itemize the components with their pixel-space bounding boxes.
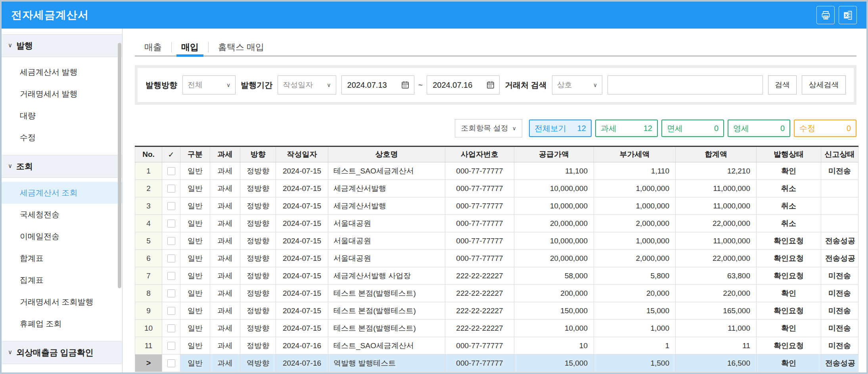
sidebar-item[interactable]: 휴폐업 조회 bbox=[2, 313, 122, 335]
type-cell: 일반 bbox=[180, 180, 210, 197]
tab[interactable]: 매출 bbox=[135, 39, 171, 56]
table-row[interactable]: 7일반과세정방향2024-07-15세금계산서발행 사업장222-22-2222… bbox=[135, 267, 858, 285]
chevron-down-icon: ∨ bbox=[512, 125, 516, 131]
calendar-icon bbox=[486, 80, 495, 90]
sidebar-section-header[interactable]: ∨ 조회 bbox=[2, 155, 122, 178]
vat-amount-cell: 1,500 bbox=[594, 355, 676, 372]
table-row[interactable]: 2일반과세정방향2024-07-15세금계산서발행000-77-7777710,… bbox=[135, 180, 858, 197]
date-cell: 2024-07-15 bbox=[276, 197, 328, 215]
report-status-cell: 미전송 bbox=[821, 285, 858, 302]
date-from-field[interactable]: 2024.07.13 bbox=[341, 75, 414, 94]
table-row[interactable]: 3일반과세정방향2024-07-15세금계산서발행000-77-7777710,… bbox=[135, 197, 858, 215]
business-number-cell: 000-77-77777 bbox=[445, 250, 514, 267]
total-amount-cell: 165,000 bbox=[676, 302, 757, 320]
table-row[interactable]: >일반과세역방향2024-07-16역발행 발행테스트000-77-777771… bbox=[135, 355, 858, 372]
business-number-cell: 222-22-22227 bbox=[445, 302, 514, 320]
type-cell: 일반 bbox=[180, 320, 210, 337]
table-row[interactable]: 8일반과세정방향2024-07-15테스트 본점(발행테스트)222-22-22… bbox=[135, 285, 858, 302]
row-number-cell: 1 bbox=[135, 162, 162, 180]
tax-cell: 과세 bbox=[210, 250, 240, 267]
partner-search-input[interactable] bbox=[607, 75, 763, 94]
excel-export-button[interactable]: X bbox=[839, 6, 857, 24]
report-status-cell bbox=[821, 215, 858, 232]
summary-chip[interactable]: 과세 12 bbox=[595, 120, 658, 137]
chevron-down-icon: ∨ bbox=[8, 42, 12, 49]
tax-cell: 과세 bbox=[210, 162, 240, 180]
tab[interactable]: 홈택스 매입 bbox=[209, 39, 274, 56]
table-row[interactable]: 5일반과세정방향2024-07-15서울대공원000-77-7777710,00… bbox=[135, 232, 858, 250]
table-row[interactable]: 1일반과세정방향2024-07-15테스트_SAO세금계산서000-77-777… bbox=[135, 162, 858, 180]
advanced-search-button[interactable]: 상세검색 bbox=[802, 75, 846, 94]
supply-amount-cell: 10,000,000 bbox=[514, 197, 594, 215]
row-number-cell: 5 bbox=[135, 232, 162, 250]
sidebar-item[interactable]: 집계표 bbox=[2, 269, 122, 291]
report-status-cell: 미전송 bbox=[821, 302, 858, 320]
column-settings-button[interactable]: 조회항목 설정 ∨ bbox=[455, 119, 522, 137]
excel-export-icon: X bbox=[843, 10, 853, 21]
tab[interactable]: 매입 bbox=[172, 39, 208, 56]
issue-status-cell: 확인요청 bbox=[757, 302, 821, 320]
table-row[interactable]: 11일반과세정방향2024-07-16테스트_SAO세금계산서000-77-77… bbox=[135, 337, 858, 355]
row-checkbox-cell bbox=[162, 355, 180, 372]
total-amount-cell: 16,500 bbox=[676, 355, 757, 372]
sidebar-section-header[interactable]: ∨ 발행 bbox=[2, 34, 122, 57]
row-number-cell: 10 bbox=[135, 320, 162, 337]
direction-cell: 정방향 bbox=[240, 197, 276, 215]
column-header: 합계액 bbox=[676, 147, 757, 162]
issue-status-cell: 취소 bbox=[757, 180, 821, 197]
table-row[interactable]: 10일반과세정방향2024-07-15테스트 본점(발행테스트)222-22-2… bbox=[135, 320, 858, 337]
summary-chip[interactable]: 전체보기 12 bbox=[529, 120, 592, 137]
sidebar-item[interactable]: 합계표 bbox=[2, 247, 122, 269]
sidebar-item[interactable]: 거래명세서 발행 bbox=[2, 83, 122, 105]
summary-chip[interactable]: 영세 0 bbox=[728, 120, 790, 137]
row-checkbox[interactable] bbox=[167, 324, 175, 332]
table-row[interactable]: 6일반과세정방향2024-07-15서울대공원000-77-7777720,00… bbox=[135, 250, 858, 267]
sidebar-section-header[interactable]: ∨ 외상매출금 입금확인 bbox=[2, 341, 122, 364]
partner-type-select[interactable]: 상호 ∨ bbox=[552, 75, 602, 94]
sidebar-scrollbar[interactable] bbox=[118, 43, 121, 288]
sidebar: ∨ 발행 세금계산서 발행거래명세서 발행대량수정 ∨ 조회 세금계산서 조회국… bbox=[2, 29, 123, 372]
row-checkbox[interactable] bbox=[167, 220, 175, 227]
period-type-select[interactable]: 작성일자 ∨ bbox=[278, 75, 336, 94]
issue-status-cell: 취소 bbox=[757, 197, 821, 215]
summary-chip[interactable]: 면세 0 bbox=[661, 120, 724, 137]
row-checkbox[interactable] bbox=[167, 202, 175, 210]
table-row[interactable]: 4일반과세정방향2024-07-15서울대공원000-77-7777720,00… bbox=[135, 215, 858, 232]
sidebar-item[interactable]: 대량 bbox=[2, 105, 122, 127]
supply-amount-cell: 11,100 bbox=[514, 162, 594, 180]
sidebar-item[interactable]: 국세청전송 bbox=[2, 204, 122, 226]
issue-status-cell: 취소 bbox=[757, 215, 821, 232]
type-cell: 일반 bbox=[180, 215, 210, 232]
summary-chip[interactable]: 수정 0 bbox=[794, 120, 857, 137]
business-number-cell: 000-77-77777 bbox=[445, 180, 514, 197]
row-checkbox[interactable] bbox=[167, 307, 175, 315]
row-checkbox[interactable] bbox=[167, 254, 175, 262]
sidebar-item[interactable]: 세금계산서 조회 bbox=[2, 182, 122, 204]
tax-cell: 과세 bbox=[210, 215, 240, 232]
row-checkbox[interactable] bbox=[167, 237, 175, 245]
search-button[interactable]: 검색 bbox=[768, 75, 797, 94]
column-header: No. bbox=[135, 147, 162, 162]
sidebar-item[interactable]: 세금계산서 발행 bbox=[2, 61, 122, 83]
issue-status-cell: 확인 bbox=[757, 162, 821, 180]
supply-amount-cell: 58,000 bbox=[514, 267, 594, 285]
row-checkbox[interactable] bbox=[167, 289, 175, 297]
row-checkbox[interactable] bbox=[167, 185, 175, 193]
direction-cell: 정방향 bbox=[240, 285, 276, 302]
row-checkbox[interactable] bbox=[167, 167, 175, 175]
table-row[interactable]: 9일반과세정방향2024-07-15테스트 본점(발행테스트)222-22-22… bbox=[135, 302, 858, 320]
row-checkbox-cell bbox=[162, 180, 180, 197]
sidebar-item[interactable]: 수정 bbox=[2, 127, 122, 148]
sidebar-item[interactable]: 거래명세서 조회발행 bbox=[2, 291, 122, 313]
date-to-field[interactable]: 2024.07.16 bbox=[427, 75, 500, 94]
row-checkbox[interactable] bbox=[167, 272, 175, 280]
print-button[interactable] bbox=[816, 6, 835, 24]
business-number-cell: 222-22-22227 bbox=[445, 320, 514, 337]
direction-select[interactable]: 전체 ∨ bbox=[182, 75, 236, 94]
row-checkbox-cell bbox=[162, 337, 180, 355]
row-checkbox-cell bbox=[162, 162, 180, 180]
row-checkbox[interactable] bbox=[167, 342, 175, 350]
row-checkbox[interactable] bbox=[167, 359, 175, 367]
sidebar-item[interactable]: 이메일전송 bbox=[2, 226, 122, 247]
type-cell: 일반 bbox=[180, 302, 210, 320]
